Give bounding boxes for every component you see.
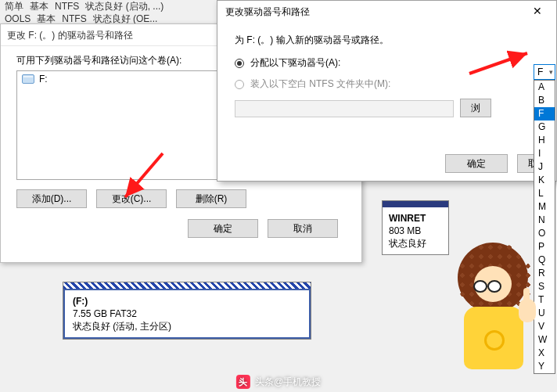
browse-button[interactable]: 浏 xyxy=(460,99,491,117)
drive-icon xyxy=(22,74,34,84)
tile-header-bar xyxy=(63,282,311,289)
mascot-avatar xyxy=(450,243,536,376)
watermark-text: 头条@手机教授 xyxy=(255,376,321,389)
winret-volume-tile[interactable]: WINRET 803 MB 状态良好 xyxy=(382,200,449,255)
chevron-down-icon: ▾ xyxy=(549,68,553,76)
f-volume-tile[interactable]: (F:) 7.55 GB FAT32 状态良好 (活动, 主分区) xyxy=(63,282,311,340)
radio-label: 分配以下驱动器号(A): xyxy=(250,56,340,70)
svg-line-0 xyxy=(125,153,163,197)
volume-name: (F:) xyxy=(73,295,301,307)
dropdown-option[interactable]: P xyxy=(534,240,555,254)
dropdown-option[interactable]: A xyxy=(534,81,555,94)
dropdown-option[interactable]: Y xyxy=(534,360,555,373)
dropdown-option[interactable]: J xyxy=(534,160,555,174)
dropdown-option[interactable]: I xyxy=(534,147,555,160)
dropdown-option[interactable]: M xyxy=(534,200,555,214)
dropdown-option[interactable]: U xyxy=(534,307,555,320)
ok-button[interactable]: 确定 xyxy=(188,219,258,238)
dropdown-option[interactable]: O xyxy=(534,227,555,240)
ok-button[interactable]: 确定 xyxy=(445,154,508,173)
volume-name: WINRET xyxy=(389,212,442,225)
cancel-button[interactable]: 取消 xyxy=(268,219,338,238)
dropdown-option[interactable]: S xyxy=(534,280,555,293)
watermark-badge-icon: 头 xyxy=(236,375,250,389)
radio-icon xyxy=(235,59,244,68)
dropdown-option[interactable]: T xyxy=(534,293,555,307)
tile-header-bar xyxy=(383,201,448,207)
source-watermark: 头 头条@手机教授 xyxy=(236,375,321,389)
mount-path-input xyxy=(235,100,454,117)
dropdown-option[interactable]: Q xyxy=(534,254,555,267)
radio-icon xyxy=(235,80,244,89)
annotation-arrow-icon xyxy=(466,42,537,84)
volume-status: 状态良好 (活动, 主分区) xyxy=(73,320,301,333)
annotation-arrow-icon xyxy=(110,149,172,214)
dropdown-option[interactable]: R xyxy=(534,267,555,280)
combo-value: F xyxy=(537,67,543,77)
volume-status: 状态良好 xyxy=(389,237,442,250)
dropdown-option[interactable]: V xyxy=(534,320,555,333)
dropdown-option[interactable]: L xyxy=(534,187,555,200)
add-button[interactable]: 添加(D)... xyxy=(16,189,87,208)
drive-letter-combo[interactable]: F ▾ xyxy=(534,64,555,80)
drive-letter-dropdown[interactable]: ABFGHIJKLMNOPQRSTUVWXY xyxy=(534,80,555,374)
dropdown-option[interactable]: K xyxy=(534,174,555,187)
remove-button[interactable]: 删除(R) xyxy=(176,189,246,208)
svg-line-1 xyxy=(469,53,527,74)
dropdown-option[interactable]: N xyxy=(534,214,555,227)
radio-label: 装入以下空白 NTFS 文件夹中(M): xyxy=(250,77,390,91)
dropdown-option[interactable]: X xyxy=(534,347,555,360)
dropdown-option[interactable]: B xyxy=(534,94,555,107)
volume-size: 803 MB xyxy=(389,225,442,237)
dropdown-option[interactable]: H xyxy=(534,134,555,147)
volume-size: 7.55 GB FAT32 xyxy=(73,307,301,320)
volume-label: F: xyxy=(39,74,48,85)
dropdown-option[interactable]: G xyxy=(534,120,555,134)
dropdown-option[interactable]: W xyxy=(534,333,555,347)
close-icon[interactable]: ✕ xyxy=(522,2,553,21)
dialog-title: 更改驱动器号和路径 xyxy=(225,5,310,19)
dropdown-option[interactable]: F xyxy=(534,107,555,120)
assign-drive-letter-dialog: 更改驱动器号和路径 ✕ 为 F: (。) 输入新的驱动器号或路径。 分配以下驱动… xyxy=(217,0,557,182)
